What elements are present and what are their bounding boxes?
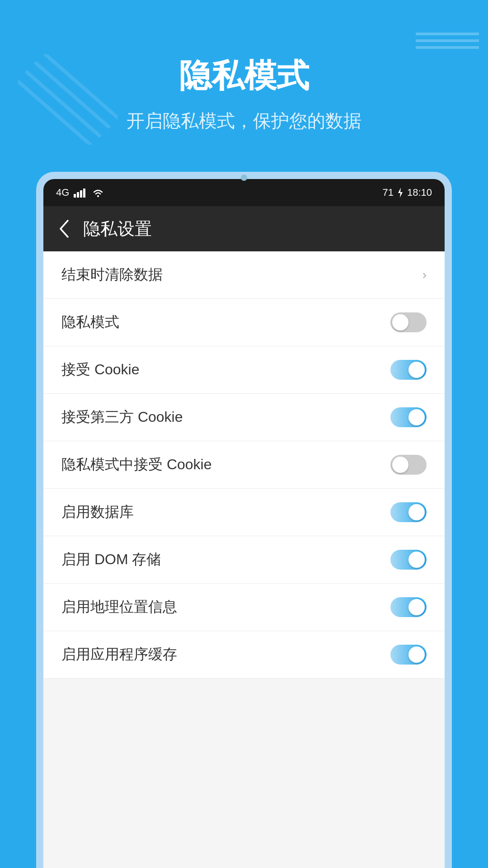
settings-item-clear-data[interactable]: 结束时清除数据›: [43, 251, 445, 299]
settings-item-enable-database[interactable]: 启用数据库: [43, 489, 445, 536]
settings-label-enable-appcache: 启用应用程序缓存: [61, 645, 177, 665]
toggle-knob-private-cookie: [392, 457, 408, 473]
battery-percent: 71: [382, 187, 393, 198]
camera-dot: [241, 175, 247, 181]
toggle-knob-enable-dom: [408, 552, 425, 568]
page-title: 隐私模式: [0, 54, 488, 98]
settings-item-enable-appcache[interactable]: 启用应用程序缓存: [43, 631, 445, 679]
toggle-accept-third-party-cookie[interactable]: [390, 407, 427, 427]
status-bar-right: 71 18:10: [382, 187, 432, 198]
device-frame: 4G 71: [36, 172, 452, 868]
back-arrow-icon: [58, 219, 70, 239]
toggle-private-cookie[interactable]: [390, 455, 427, 475]
settings-item-enable-geolocation[interactable]: 启用地理位置信息: [43, 584, 445, 631]
signal-bars-icon: [74, 188, 87, 198]
svg-rect-10: [83, 189, 85, 198]
svg-rect-9: [80, 190, 82, 198]
page-subtitle: 开启隐私模式，保护您的数据: [0, 108, 488, 133]
toggle-knob-enable-appcache: [408, 646, 425, 663]
arrow-clear-data: ›: [422, 268, 427, 282]
toggle-enable-dom[interactable]: [390, 550, 427, 570]
nav-title: 隐私设置: [83, 217, 152, 241]
settings-item-accept-cookie[interactable]: 接受 Cookie: [43, 346, 445, 394]
charging-icon: [397, 188, 404, 198]
toggle-accept-cookie[interactable]: [390, 360, 427, 380]
back-button[interactable]: [58, 219, 70, 239]
nav-bar: 隐私设置: [43, 206, 445, 251]
toggle-knob-enable-geolocation: [408, 599, 425, 615]
settings-label-clear-data: 结束时清除数据: [61, 265, 163, 285]
toggle-knob-accept-cookie: [408, 362, 425, 378]
settings-label-accept-third-party-cookie: 接受第三方 Cookie: [61, 407, 183, 427]
settings-label-enable-dom: 启用 DOM 存储: [61, 550, 161, 570]
settings-label-private-mode: 隐私模式: [61, 312, 119, 332]
wifi-icon: [92, 188, 104, 198]
svg-point-11: [97, 195, 99, 197]
device-screen: 4G 71: [43, 179, 445, 868]
settings-label-accept-cookie: 接受 Cookie: [61, 360, 140, 380]
toggle-knob-accept-third-party-cookie: [408, 409, 425, 425]
settings-label-enable-geolocation: 启用地理位置信息: [61, 597, 177, 617]
svg-rect-7: [74, 194, 76, 198]
toggle-enable-database[interactable]: [390, 502, 427, 522]
time-display: 18:10: [407, 187, 432, 198]
toggle-enable-appcache[interactable]: [390, 645, 427, 665]
network-signal: 4G: [56, 187, 69, 198]
settings-item-private-mode[interactable]: 隐私模式: [43, 299, 445, 346]
toggle-knob-private-mode: [392, 314, 408, 330]
toggle-enable-geolocation[interactable]: [390, 597, 427, 617]
status-bar: 4G 71: [43, 179, 445, 206]
settings-label-enable-database: 启用数据库: [61, 502, 134, 522]
settings-item-private-cookie[interactable]: 隐私模式中接受 Cookie: [43, 441, 445, 489]
settings-item-enable-dom[interactable]: 启用 DOM 存储: [43, 536, 445, 584]
toggle-private-mode[interactable]: [390, 312, 427, 332]
settings-label-private-cookie: 隐私模式中接受 Cookie: [61, 455, 212, 475]
svg-rect-8: [77, 192, 79, 198]
settings-list: 结束时清除数据›隐私模式接受 Cookie接受第三方 Cookie隐私模式中接受…: [43, 251, 445, 868]
toggle-knob-enable-database: [408, 504, 425, 520]
settings-item-accept-third-party-cookie[interactable]: 接受第三方 Cookie: [43, 394, 445, 441]
status-bar-left: 4G: [56, 187, 104, 198]
decorative-lines-right: [416, 27, 479, 54]
